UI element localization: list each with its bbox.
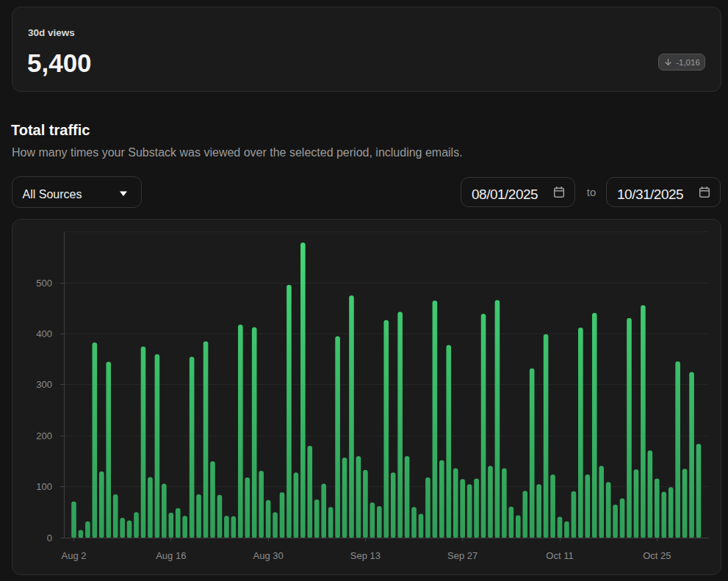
traffic-chart-card: 0100200300400500Aug 2Aug 16Aug 30Sep 13S… (12, 219, 721, 575)
svg-text:Sep 13: Sep 13 (350, 550, 381, 561)
start-date-value: 08/01/2025 (472, 187, 538, 203)
svg-text:0: 0 (47, 533, 52, 544)
svg-text:Aug 2: Aug 2 (62, 550, 87, 561)
traffic-bar-chart[interactable]: 0100200300400500Aug 2Aug 16Aug 30Sep 13S… (12, 220, 721, 574)
arrow-down-icon (663, 57, 673, 67)
svg-text:Oct 25: Oct 25 (643, 550, 671, 561)
views-stat-card: 30d views 5,400 -1,016 (12, 7, 721, 92)
svg-text:100: 100 (36, 481, 52, 492)
section-title: Total traffic (11, 122, 90, 139)
svg-text:300: 300 (36, 379, 52, 390)
end-date-input[interactable]: 10/31/2025 (606, 177, 721, 207)
svg-text:Aug 16: Aug 16 (156, 550, 186, 561)
stats-page: 30d views 5,400 -1,016 Total traffic How… (0, 0, 728, 581)
end-date-value: 10/31/2025 (617, 187, 683, 203)
svg-text:Sep 27: Sep 27 (447, 550, 477, 561)
start-date-input[interactable]: 08/01/2025 (461, 177, 575, 207)
svg-text:200: 200 (36, 430, 52, 441)
chevron-down-icon (119, 190, 128, 197)
svg-text:400: 400 (36, 328, 52, 339)
svg-text:Aug 30: Aug 30 (253, 550, 283, 561)
change-value: -1,016 (676, 58, 700, 67)
calendar-icon (553, 186, 565, 198)
calendar-icon (699, 186, 710, 198)
source-select[interactable]: All Sources (12, 176, 142, 208)
section-subtitle: How many times your Substack was viewed … (12, 146, 463, 159)
svg-text:Oct 11: Oct 11 (546, 550, 573, 561)
date-range-separator: to (583, 177, 600, 207)
stat-label: 30d views (28, 27, 75, 38)
change-badge: -1,016 (658, 54, 705, 71)
source-select-value: All Sources (23, 188, 82, 201)
svg-text:500: 500 (36, 278, 52, 289)
stat-value: 5,400 (27, 48, 92, 78)
